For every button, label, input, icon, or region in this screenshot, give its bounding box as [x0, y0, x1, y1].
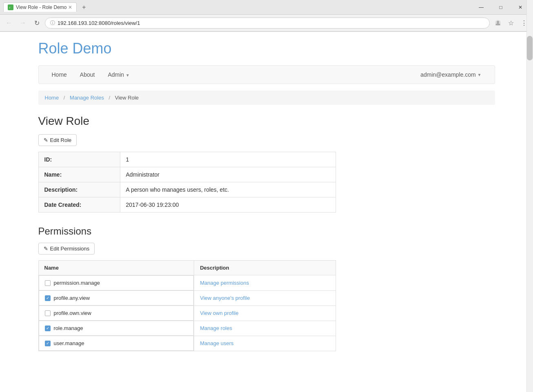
nav-item-home[interactable]: Home	[45, 66, 73, 84]
navbar-right: admin@example.com ▼	[414, 66, 488, 84]
breadcrumb-sep-1: /	[64, 95, 65, 101]
browser-titlebar: r View Role - Role Demo ✕ + — □ ✕	[0, 0, 533, 15]
perm-row-2: profile.own.viewView own profile	[38, 306, 336, 321]
nav-link-admin[interactable]: Admin ▼	[101, 66, 136, 84]
table-row-name: Name: Administrator	[38, 167, 336, 182]
view-role-heading: View Role	[38, 115, 495, 128]
perms-col-description: Description	[194, 261, 336, 275]
id-value: 1	[120, 152, 336, 167]
perm-desc-cell-1: View anyone's profile	[194, 290, 336, 306]
nav-item-admin[interactable]: Admin ▼	[101, 66, 136, 84]
user-dropdown[interactable]: admin@example.com ▼	[414, 66, 488, 84]
edit-role-button[interactable]: ✎ Edit Role	[38, 134, 77, 146]
edit-icon: ✎	[44, 137, 48, 143]
breadcrumb-current: View Role	[115, 95, 139, 101]
edit-permissions-label: Edit Permissions	[50, 246, 90, 252]
perm-desc-cell-2: View own profile	[194, 306, 336, 321]
new-tab-button[interactable]: +	[78, 2, 90, 13]
date-value: 2017-06-30 19:23:00	[120, 197, 336, 213]
tab-favicon: r	[8, 4, 13, 10]
breadcrumb-home[interactable]: Home	[45, 95, 59, 101]
perm-row-1: profile.any.viewView anyone's profile	[38, 290, 336, 306]
perm-desc-cell-4: Manage users	[194, 336, 336, 351]
browser-tab[interactable]: r View Role - Role Demo ✕	[3, 2, 77, 12]
browser-actions: ☆ ⋮	[492, 17, 530, 29]
user-dropdown-arrow: ▼	[478, 73, 482, 77]
description-label: Description:	[38, 182, 120, 197]
edit-permissions-icon: ✎	[44, 246, 48, 252]
perm-name-text-2: profile.own.view	[54, 310, 92, 316]
perms-header-row: Name Description	[38, 261, 336, 275]
url-text: 192.168.193.102:8080/roles/view/1	[58, 20, 484, 26]
role-detail-table: ID: 1 Name: Administrator Description: A…	[38, 152, 336, 213]
perm-checkbox-0	[45, 280, 51, 286]
perm-checkbox-3	[45, 326, 51, 331]
perm-name-text-3: role.manage	[54, 325, 83, 331]
forward-button[interactable]: →	[17, 17, 29, 29]
table-row-description: Description: A person who manages users,…	[38, 182, 336, 197]
navbar: Home About Admin ▼ admin@example.com ▼	[38, 65, 495, 84]
perm-row-3: role.manageManage roles	[38, 321, 336, 336]
perm-name-cell-3: role.manage	[39, 321, 194, 336]
perms-col-name: Name	[38, 261, 194, 275]
minimize-button[interactable]: —	[472, 0, 491, 15]
window-controls: — □ ✕	[472, 0, 530, 15]
refresh-button[interactable]: ↻	[31, 17, 42, 29]
breadcrumb-manage-roles[interactable]: Manage Roles	[70, 95, 104, 101]
breadcrumb-sep-2: /	[109, 95, 111, 101]
scrollbar[interactable]	[526, 0, 533, 359]
navbar-nav: Home About Admin ▼	[45, 66, 136, 84]
perm-name-cell-4: user.manage	[39, 336, 194, 351]
id-label: ID:	[38, 152, 120, 167]
perm-desc-cell-0: Manage permissions	[194, 275, 336, 291]
edit-permissions-button[interactable]: ✎ Edit Permissions	[38, 243, 95, 255]
perm-checkbox-1	[45, 295, 51, 301]
lock-icon: ⓘ	[50, 20, 55, 27]
description-value: A person who manages users, roles, etc.	[120, 182, 336, 197]
perm-desc-cell-3: Manage roles	[194, 321, 336, 336]
perm-checkbox-4	[45, 341, 51, 346]
perm-name-text-0: permission.manage	[54, 280, 100, 286]
nav-item-about[interactable]: About	[73, 66, 102, 84]
table-row-date: Date Created: 2017-06-30 19:23:00	[38, 197, 336, 213]
date-label: Date Created:	[38, 197, 120, 213]
browser-chrome: r View Role - Role Demo ✕ + — □ ✕ ← → ↻ …	[0, 0, 533, 32]
perm-name-text-4: user.manage	[54, 340, 84, 346]
back-button[interactable]: ←	[3, 17, 15, 29]
bookmark-button[interactable]: ☆	[505, 17, 517, 29]
perm-name-text-1: profile.any.view	[54, 295, 90, 301]
edit-role-label: Edit Role	[50, 137, 72, 143]
scrollbar-thumb[interactable]	[527, 36, 533, 60]
browser-controls: ← → ↻ ⓘ 192.168.193.102:8080/roles/view/…	[0, 15, 533, 31]
perm-checkbox-2	[45, 310, 51, 316]
nav-link-home[interactable]: Home	[45, 66, 73, 84]
svg-point-3	[497, 21, 499, 23]
table-row-id: ID: 1	[38, 152, 336, 167]
profile-button[interactable]	[492, 17, 504, 29]
breadcrumb: Home / Manage Roles / View Role	[38, 91, 495, 105]
address-bar[interactable]: ⓘ 192.168.193.102:8080/roles/view/1	[45, 18, 490, 29]
perm-row-4: user.manageManage users	[38, 336, 336, 351]
perm-name-cell-1: profile.any.view	[39, 290, 194, 306]
permissions-table: Name Description permission.manageManage…	[38, 260, 336, 351]
perm-name-cell-0: permission.manage	[39, 275, 194, 290]
tab-title: View Role - Role Demo	[16, 4, 67, 10]
maximize-button[interactable]: □	[491, 0, 510, 15]
perm-name-cell-2: profile.own.view	[39, 306, 194, 321]
page-content: Role Demo Home About Admin ▼ admin@examp…	[22, 32, 511, 359]
name-value: Administrator	[120, 167, 336, 182]
app-title: Role Demo	[38, 40, 495, 57]
permissions-heading: Permissions	[38, 226, 495, 237]
nav-link-about[interactable]: About	[73, 66, 102, 84]
perm-row-0: permission.manageManage permissions	[38, 275, 336, 291]
name-label: Name:	[38, 167, 120, 182]
admin-dropdown-arrow: ▼	[126, 73, 130, 78]
user-email: admin@example.com	[420, 71, 476, 78]
tab-close-button[interactable]: ✕	[68, 4, 72, 10]
